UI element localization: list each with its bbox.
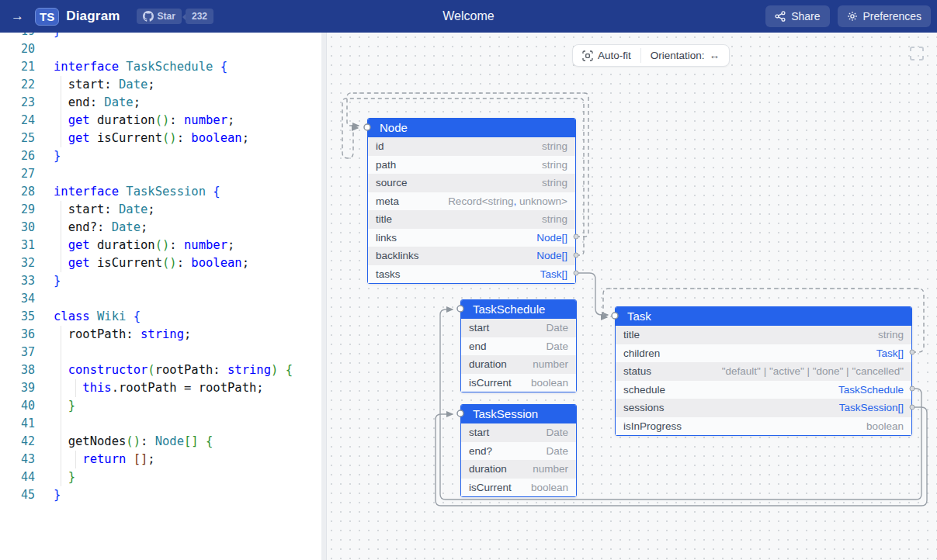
table-row-tasksession-end: end?Date: [461, 442, 576, 461]
field-type: Date: [546, 337, 568, 356]
line-number: 45: [0, 486, 35, 504]
table-row-node-backlinks: backlinksNode[]: [368, 247, 575, 265]
editor-line: 43 return [];: [0, 451, 321, 468]
editor-line: 44 }: [0, 468, 321, 486]
editor-line: 25 get isCurrent(): boolean;: [0, 130, 321, 147]
field-type[interactable]: TaskSession[]: [839, 399, 904, 417]
editor-line: 24 get duration(): number;: [0, 112, 321, 130]
line-number: 25: [0, 130, 35, 147]
field-type: Date: [546, 319, 568, 337]
line-number: 30: [0, 219, 35, 237]
line-number: 37: [0, 344, 35, 361]
field-name: isCurrent: [469, 374, 512, 392]
share-button[interactable]: Share: [765, 5, 829, 27]
table-header-tasksession[interactable]: TaskSession: [461, 405, 576, 423]
field-type[interactable]: Task[]: [876, 344, 904, 363]
editor-lines: 19}2021interface TaskSchedule {22 start:…: [0, 33, 321, 504]
field-type: boolean: [531, 374, 568, 392]
field-name: title: [623, 326, 640, 344]
table-row-taskschedule-duration: durationnumber: [461, 355, 576, 374]
line-number: 42: [0, 433, 35, 451]
table-header-node[interactable]: Node: [368, 119, 575, 137]
field-type: "default" | "active" | "done" | "cancell…: [722, 362, 904, 381]
field-name: duration: [469, 355, 507, 374]
table-row-task-status: status"default" | "active" | "done" | "c…: [616, 362, 911, 381]
line-number: 27: [0, 165, 35, 183]
editor-line: 26}: [0, 147, 321, 165]
field-name: links: [376, 229, 397, 247]
field-type: boolean: [866, 417, 904, 436]
editor-line: 21interface TaskSchedule {: [0, 58, 321, 76]
editor-line: 27: [0, 165, 321, 183]
line-number: 31: [0, 237, 35, 254]
line-number: 41: [0, 415, 35, 433]
share-icon: [775, 11, 786, 22]
diagram-edges-layer: [327, 33, 937, 560]
sidebar-toggle-arrow-icon[interactable]: →: [11, 9, 28, 24]
table-task[interactable]: TasktitlestringchildrenTask[]status"defa…: [615, 306, 912, 436]
field-type: string: [878, 326, 904, 344]
orientation-arrow-icon: ↔: [710, 50, 720, 61]
table-row-task-isInProgress: isInProgressboolean: [616, 417, 911, 436]
editor-line: 33}: [0, 272, 321, 290]
field-name: sessions: [623, 399, 665, 417]
table-row-tasksession-start: startDate: [461, 423, 576, 442]
table-taskschedule[interactable]: TaskSchedulestartDateendDatedurationnumb…: [460, 299, 577, 392]
canvas-toolbar: Auto-fit Orientation: ↔: [572, 44, 730, 67]
table-row-node-meta: metaRecord<string, unknown>: [368, 192, 575, 211]
fullscreen-icon: [908, 45, 925, 62]
table-row-tasksession-duration: durationnumber: [461, 460, 576, 479]
table-row-node-tasks: tasksTask[]: [368, 265, 575, 284]
orientation-button[interactable]: Orientation: ↔: [641, 45, 729, 66]
table-row-node-id: idstring: [368, 137, 575, 156]
field-type: string: [542, 156, 567, 175]
preferences-button[interactable]: Preferences: [838, 5, 931, 27]
field-type[interactable]: Node[]: [536, 247, 567, 265]
table-row-task-schedule: scheduleTaskSchedule: [616, 381, 911, 399]
panel-resizer[interactable]: [321, 33, 327, 560]
field-type[interactable]: Node[]: [536, 229, 567, 247]
editor-line: 20: [0, 40, 321, 58]
table-row-taskschedule-end: endDate: [461, 337, 576, 356]
editor-line: 29 start: Date;: [0, 201, 321, 219]
field-name: backlinks: [376, 247, 419, 265]
line-number: 33: [0, 272, 35, 290]
code-editor[interactable]: 19}2021interface TaskSchedule {22 start:…: [0, 33, 321, 560]
auto-fit-button[interactable]: Auto-fit: [573, 45, 640, 66]
github-star-button[interactable]: Star 232: [137, 9, 213, 24]
table-header-task[interactable]: Task: [616, 307, 911, 326]
editor-line: 41: [0, 415, 321, 433]
gear-icon: [847, 11, 858, 22]
table-tasksession[interactable]: TaskSessionstartDateend?Datedurationnumb…: [460, 404, 577, 497]
editor-line: 37: [0, 344, 321, 361]
field-type[interactable]: Record<string, unknown>: [448, 192, 567, 211]
line-number: 24: [0, 112, 35, 130]
table-row-taskschedule-start: startDate: [461, 319, 576, 337]
line-number: 35: [0, 308, 35, 326]
field-name: duration: [469, 460, 507, 479]
diagram-canvas[interactable]: NodeidstringpathstringsourcestringmetaRe…: [327, 33, 937, 560]
table-header-taskschedule[interactable]: TaskSchedule: [461, 300, 576, 319]
table-row-node-path: pathstring: [368, 156, 575, 175]
field-name: end?: [469, 442, 492, 461]
field-type[interactable]: Task[]: [540, 265, 567, 284]
field-type[interactable]: TaskSchedule: [838, 381, 904, 399]
field-name: children: [623, 344, 660, 363]
table-row-node-source: sourcestring: [368, 174, 575, 192]
github-icon: [143, 11, 154, 22]
table-node[interactable]: NodeidstringpathstringsourcestringmetaRe…: [367, 118, 576, 284]
line-number: 32: [0, 254, 35, 272]
field-type: string: [542, 210, 567, 229]
table-row-node-links: linksNode[]: [368, 229, 575, 247]
editor-line: 19}: [0, 33, 321, 40]
field-name: status: [623, 362, 651, 381]
editor-line: 45}: [0, 486, 321, 504]
line-number: 29: [0, 201, 35, 219]
editor-line: 42 getNodes(): Node[] {: [0, 433, 321, 451]
fullscreen-button[interactable]: [908, 45, 926, 64]
line-number: 19: [0, 33, 35, 40]
star-label: Star: [158, 11, 175, 22]
app-name: Diagram: [66, 9, 120, 24]
field-name: title: [376, 210, 392, 229]
table-row-task-sessions: sessionsTaskSession[]: [616, 399, 911, 417]
